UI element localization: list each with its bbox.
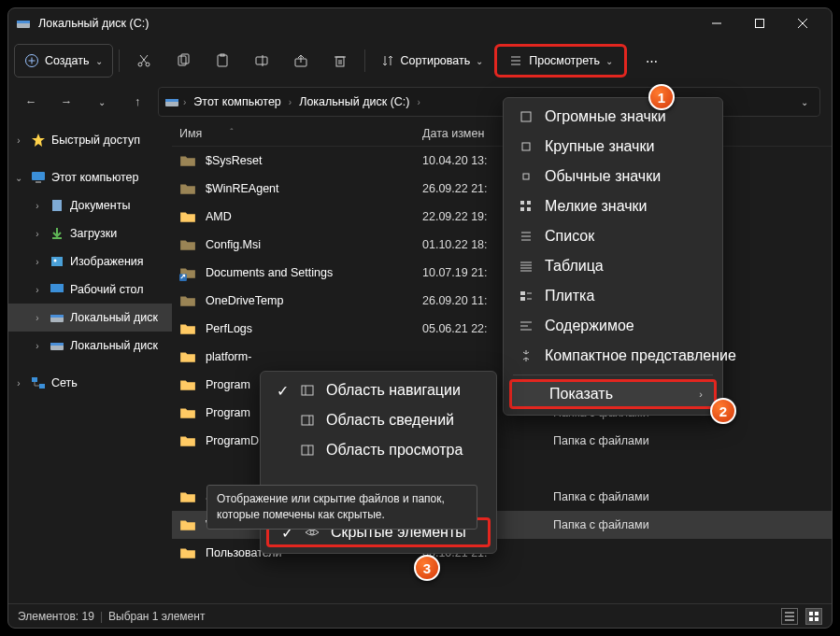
svg-point-78 <box>310 530 314 534</box>
svg-rect-42 <box>39 384 45 389</box>
svg-rect-30 <box>32 172 45 180</box>
svg-marker-29 <box>32 134 45 147</box>
svg-rect-54 <box>520 201 524 205</box>
svg-rect-1 <box>17 21 30 23</box>
maximize-button[interactable] <box>738 8 781 38</box>
svg-point-35 <box>54 260 57 262</box>
toolbar: Создать ⌄ Сортировать ⌄ Просмотреть ⌄ ⋯ <box>8 38 832 83</box>
svg-rect-48 <box>815 612 819 615</box>
up-button[interactable]: ↑ <box>121 87 154 117</box>
recent-button[interactable]: ⌄ <box>85 87 119 117</box>
disk-icon <box>164 94 179 109</box>
menu-item-list[interactable]: Список <box>507 221 719 251</box>
file-name: platform- <box>206 350 422 363</box>
svg-rect-36 <box>50 284 64 292</box>
rename-button[interactable] <box>243 44 280 78</box>
file-type: Папка с файлами <box>553 518 649 531</box>
details-view-toggle[interactable] <box>781 608 798 625</box>
sidebar-desktop[interactable]: ›Рабочий стол <box>8 276 172 304</box>
file-row[interactable]: $SysReset10.04.20 13: <box>172 147 832 175</box>
sidebar-this-pc[interactable]: ⌄Этот компьютер <box>8 163 172 191</box>
share-button[interactable] <box>282 44 320 78</box>
menu-item-sm-icons[interactable]: Мелкие значки <box>507 191 719 221</box>
callout-3: 3 <box>414 555 440 581</box>
more-button[interactable]: ⋯ <box>633 44 670 78</box>
svg-rect-40 <box>50 343 64 346</box>
svg-rect-50 <box>815 617 819 621</box>
status-selection: Выбран 1 элемент <box>108 610 205 623</box>
statusbar: Элементов: 19 | Выбран 1 элемент <box>8 603 832 628</box>
breadcrumb-pc[interactable]: Этот компьютер <box>190 95 284 108</box>
breadcrumb-disk[interactable]: Локальный диск (C:) <box>295 95 413 108</box>
svg-rect-20 <box>336 57 344 66</box>
view-button[interactable]: Просмотреть ⌄ <box>494 44 627 78</box>
forward-button[interactable]: → <box>50 87 83 117</box>
delete-button[interactable] <box>321 44 359 78</box>
svg-rect-76 <box>302 445 313 455</box>
file-row[interactable]: $WinREAgent26.09.22 21: <box>172 175 832 203</box>
menu-item-xl-icons[interactable]: Огромные значки <box>507 102 719 132</box>
sort-button[interactable]: Сортировать ⌄ <box>371 44 493 78</box>
file-type: Папка с файлами <box>553 490 649 503</box>
file-row[interactable]: OneDriveTemp26.09.20 11: <box>172 287 832 315</box>
back-button[interactable]: ← <box>14 87 48 117</box>
sidebar: ›Быстрый доступ ⌄Этот компьютер ›Докумен… <box>8 120 172 603</box>
chevron-down-icon: ⌄ <box>605 56 613 66</box>
callout-1: 1 <box>648 84 675 110</box>
callout-2: 2 <box>710 398 736 424</box>
show-submenu-item[interactable]: Показать › <box>509 379 717 409</box>
new-button[interactable]: Создать ⌄ <box>14 44 113 78</box>
file-row[interactable]: Config.Msi01.10.22 18: <box>172 231 832 259</box>
disk-icon <box>16 16 31 31</box>
view-dropdown: Огромные значкиКрупные значкиОбычные зна… <box>503 97 723 416</box>
sidebar-documents[interactable]: ›Документы <box>8 191 172 219</box>
menu-item-md-icons[interactable]: Обычные значки <box>507 162 719 191</box>
svg-rect-74 <box>302 416 313 425</box>
svg-rect-55 <box>527 201 531 205</box>
menu-item-details[interactable]: Область сведений <box>264 405 492 435</box>
column-headers[interactable]: Имя ˆ Дата измен <box>172 120 832 147</box>
icons-view-toggle[interactable] <box>805 608 822 625</box>
minimize-button[interactable] <box>695 8 738 38</box>
svg-rect-53 <box>523 174 529 179</box>
svg-rect-15 <box>218 55 227 66</box>
svg-rect-51 <box>521 112 531 121</box>
svg-rect-17 <box>256 57 267 64</box>
file-row[interactable]: AMD22.09.22 19: <box>172 203 832 231</box>
chevron-down-icon: ⌄ <box>95 56 103 66</box>
file-row[interactable]: PerfLogs05.06.21 22: <box>172 315 832 343</box>
copy-button[interactable] <box>164 44 202 78</box>
paste-button[interactable] <box>204 44 241 78</box>
menu-item-lg-icons[interactable]: Крупные значки <box>507 132 719 162</box>
svg-rect-72 <box>302 386 313 395</box>
sidebar-pictures[interactable]: ›Изображения <box>8 247 172 276</box>
svg-rect-38 <box>50 315 64 318</box>
sidebar-downloads[interactable]: ›Загрузки <box>8 219 172 247</box>
menu-item-table[interactable]: Таблица <box>507 251 719 281</box>
file-name: OneDriveTemp <box>206 294 422 307</box>
menu-item-navpane[interactable]: ✓Область навигации <box>264 375 492 405</box>
sidebar-network[interactable]: ›Сеть <box>8 369 172 397</box>
svg-rect-31 <box>36 181 41 183</box>
svg-rect-28 <box>165 99 178 102</box>
svg-rect-57 <box>527 207 531 211</box>
svg-rect-47 <box>809 612 813 615</box>
window-title: Локальный диск (C:) <box>38 17 149 30</box>
cut-button[interactable] <box>125 44 163 78</box>
chevron-right-icon: › <box>699 389 703 400</box>
menu-item-preview[interactable]: Область просмотра <box>264 435 492 465</box>
svg-rect-32 <box>52 200 62 211</box>
sidebar-localdisk-d[interactable]: ›Локальный диск <box>8 332 172 360</box>
svg-rect-56 <box>520 207 524 211</box>
menu-item-tiles[interactable]: Плитка <box>507 281 719 311</box>
sidebar-quick-access[interactable]: ›Быстрый доступ <box>8 126 172 154</box>
file-row[interactable]: Documents and Settings10.07.19 21: <box>172 259 832 287</box>
sidebar-localdisk-c[interactable]: ›Локальный диск <box>8 304 172 332</box>
menu-item-content[interactable]: Содержимое <box>507 311 719 341</box>
svg-rect-52 <box>522 143 530 150</box>
status-count: Элементов: 19 <box>18 610 94 623</box>
menu-item-compact[interactable]: Компактное представление <box>507 341 719 371</box>
chevron-down-icon: ⌄ <box>476 56 483 66</box>
svg-line-12 <box>140 55 147 64</box>
close-button[interactable] <box>781 8 824 38</box>
